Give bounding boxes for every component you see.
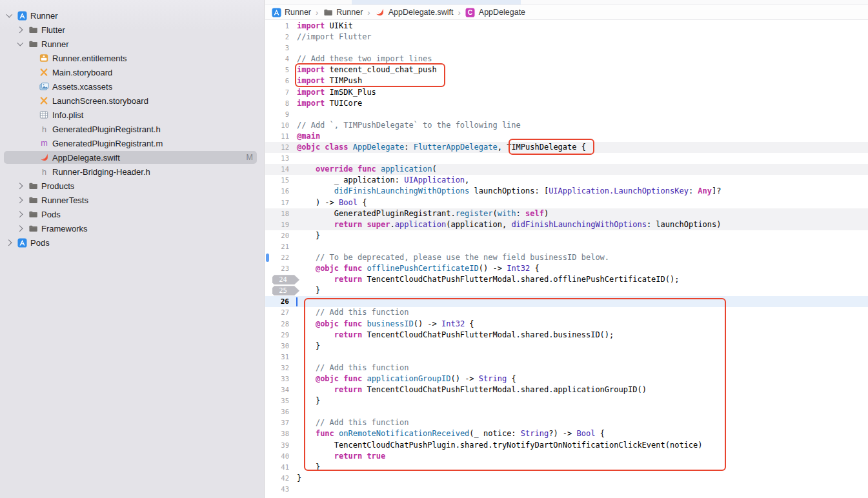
line-number[interactable]: 32 (265, 363, 289, 374)
code-line-21[interactable]: 21 (265, 241, 868, 252)
chevron-right-icon[interactable] (16, 196, 25, 204)
line-number[interactable]: 5 (265, 65, 289, 75)
line-number[interactable]: 35 (265, 395, 289, 406)
code-line-33[interactable]: 33 @objc func applicationGroupID() -> St… (265, 374, 868, 384)
line-number[interactable]: 29 (265, 330, 289, 341)
line-number[interactable]: 8 (265, 98, 289, 109)
line-number[interactable]: 28 (265, 319, 289, 330)
active-tab-edge[interactable] (352, 0, 521, 5)
line-number[interactable]: 14 (265, 164, 289, 175)
sidebar-item-runner-bridging-header-h[interactable]: hRunner-Bridging-Header.h (0, 164, 264, 179)
code-line-5[interactable]: 5import tencent_cloud_chat_push (265, 65, 868, 75)
line-number[interactable]: 20 (265, 230, 289, 241)
code-line-7[interactable]: 7import ImSDK_Plus (265, 87, 868, 98)
sidebar-item-appdelegate-swift[interactable]: AppDelegate.swiftM (0, 150, 264, 164)
line-number[interactable]: 9 (265, 109, 289, 120)
sidebar-item-info-plist[interactable]: Info.plist (0, 108, 264, 122)
line-number[interactable]: 7 (265, 87, 289, 98)
code-line-26[interactable]: 26 (265, 296, 868, 307)
line-number[interactable]: 23 (265, 263, 289, 274)
code-line-40[interactable]: 40 return true (265, 451, 868, 462)
code-line-3[interactable]: 3 (265, 43, 868, 54)
sidebar-item-flutter[interactable]: Flutter (0, 23, 264, 37)
code-line-12[interactable]: 12@objc class AppDelegate: FlutterAppDel… (265, 142, 868, 153)
code-line-1[interactable]: 1import UIKit (265, 21, 868, 32)
line-number[interactable]: 40 (265, 451, 289, 462)
code-line-4[interactable]: 4// Add these two import lines (265, 54, 868, 65)
sidebar-item-products[interactable]: Products (0, 179, 264, 193)
sidebar-item-pods[interactable]: Pods (0, 207, 264, 221)
line-number[interactable]: 18 (265, 208, 289, 219)
code-area[interactable]: 1import UIKit2//import Flutter34// Add t… (265, 20, 868, 495)
code-line-20[interactable]: 20 } (265, 230, 868, 241)
code-line-13[interactable]: 13 (265, 153, 868, 164)
code-line-19[interactable]: 19 return super.application(application,… (265, 219, 868, 230)
line-number[interactable]: 43 (265, 484, 289, 495)
code-line-36[interactable]: 36 (265, 406, 868, 417)
code-line-35[interactable]: 35 } (265, 395, 868, 406)
sidebar-item-main-storyboard[interactable]: Main.storyboard (0, 65, 264, 79)
breakpoint-marker[interactable]: 25 (272, 286, 299, 295)
code-line-2[interactable]: 2//import Flutter (265, 32, 868, 43)
line-number[interactable]: 21 (265, 241, 289, 252)
line-number[interactable]: 10 (265, 120, 289, 131)
sidebar-item-frameworks[interactable]: Frameworks (0, 221, 264, 235)
line-number[interactable]: 34 (265, 384, 289, 395)
code-line-25[interactable]: 25 } (265, 285, 868, 296)
line-number[interactable]: 4 (265, 54, 289, 65)
code-line-16[interactable]: 16 didFinishLaunchingWithOptions launchO… (265, 186, 868, 197)
code-line-24[interactable]: 24 return TencentCloudChatPushFlutterMod… (265, 274, 868, 285)
line-number[interactable]: 3 (265, 43, 289, 54)
line-number[interactable]: 16 (265, 186, 289, 197)
code-line-10[interactable]: 10// Add `, TIMPushDelegate` to the foll… (265, 120, 868, 131)
chevron-down-icon[interactable] (16, 40, 25, 48)
line-number[interactable]: 17 (265, 197, 289, 208)
sidebar-item-runner[interactable]: Runner (0, 37, 264, 51)
code-line-9[interactable]: 9 (265, 109, 868, 120)
line-number[interactable]: 27 (265, 307, 289, 318)
line-number[interactable]: 41 (265, 462, 289, 473)
breadcrumb-item-appdelegate-swift[interactable]: AppDelegate.swift (375, 7, 454, 17)
sidebar-item-launchscreen-storyboard[interactable]: LaunchScreen.storyboard (0, 94, 264, 108)
code-line-28[interactable]: 28 @objc func businessID() -> Int32 { (265, 319, 868, 330)
line-number[interactable]: 13 (265, 153, 289, 164)
code-line-6[interactable]: 6import TIMPush (265, 75, 868, 86)
code-line-11[interactable]: 11@main (265, 131, 868, 142)
chevron-right-icon[interactable] (16, 210, 25, 219)
line-number[interactable]: 38 (265, 428, 289, 439)
code-line-8[interactable]: 8import TUICore (265, 98, 868, 109)
code-line-23[interactable]: 23 @objc func offlinePushCertificateID()… (265, 263, 868, 274)
line-number[interactable]: 6 (265, 75, 289, 86)
line-number[interactable]: 31 (265, 352, 289, 363)
line-number[interactable]: 19 (265, 219, 289, 230)
code-line-43[interactable]: 43 (265, 484, 868, 495)
line-number[interactable]: 15 (265, 175, 289, 186)
code-line-17[interactable]: 17 ) -> Bool { (265, 197, 868, 208)
code-line-42[interactable]: 42} (265, 473, 868, 484)
code-line-38[interactable]: 38 func onRemoteNotificationReceived(_ n… (265, 428, 868, 439)
sidebar-item-pods[interactable]: Pods (0, 235, 264, 250)
line-number[interactable]: 12 (265, 142, 289, 153)
sidebar-item-assets-xcassets[interactable]: Assets.xcassets (0, 79, 264, 94)
sidebar-item-runnertests[interactable]: RunnerTests (0, 193, 264, 207)
code-line-32[interactable]: 32 // Add this function (265, 363, 868, 374)
chevron-right-icon[interactable] (16, 182, 25, 190)
line-number[interactable]: 26 (265, 296, 289, 307)
chevron-right-icon[interactable] (5, 239, 14, 247)
sidebar-item-runner[interactable]: Runner (0, 8, 264, 23)
line-number[interactable]: 33 (265, 374, 289, 384)
code-line-27[interactable]: 27 // Add this function (265, 307, 868, 318)
code-line-18[interactable]: 18 GeneratedPluginRegistrant.register(wi… (265, 208, 868, 219)
code-line-15[interactable]: 15 _ application: UIApplication, (265, 175, 868, 186)
line-number[interactable]: 30 (265, 341, 289, 352)
breakpoint-marker[interactable]: 24 (272, 275, 299, 284)
line-number[interactable]: 36 (265, 406, 289, 417)
chevron-right-icon[interactable] (16, 224, 25, 233)
line-number[interactable]: 39 (265, 440, 289, 451)
code-line-22[interactable]: 22 // To be deprecated, please use the n… (265, 252, 868, 263)
code-line-34[interactable]: 34 return TencentCloudChatPushFlutterMod… (265, 384, 868, 395)
code-line-39[interactable]: 39 TencentCloudChatPushPlugin.shared.try… (265, 440, 868, 451)
line-number[interactable]: 37 (265, 417, 289, 428)
code-line-41[interactable]: 41 } (265, 462, 868, 473)
chevron-right-icon[interactable] (16, 26, 25, 34)
